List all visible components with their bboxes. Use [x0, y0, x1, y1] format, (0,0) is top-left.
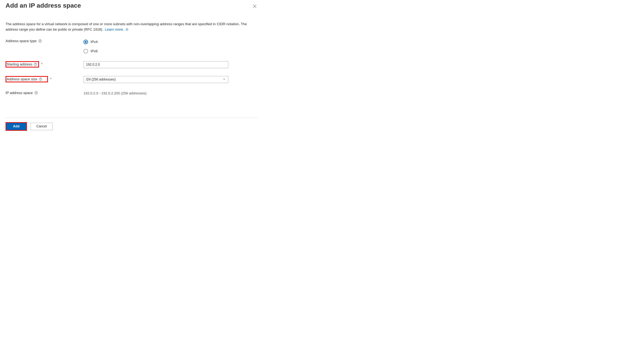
radio-outer-icon: [84, 40, 88, 44]
label-text: IP address space: [6, 91, 33, 95]
label-starting-address: Starting address *: [6, 61, 84, 67]
svg-point-7: [35, 63, 36, 64]
chevron-down-icon: [222, 77, 226, 82]
label-text: Address space type: [6, 39, 36, 43]
radio-ipv4[interactable]: IPv4: [84, 40, 258, 44]
label-text: Address space size: [7, 77, 37, 81]
svg-point-13: [36, 92, 36, 92]
label-address-space-size: Address space size *: [6, 76, 84, 82]
info-icon[interactable]: [34, 63, 37, 66]
close-icon: [252, 6, 257, 9]
learn-more-link[interactable]: Learn more.: [105, 27, 128, 31]
panel-description: The address space for a virtual network …: [6, 21, 258, 32]
row-address-space-size: Address space size * /24 (256 addresses): [6, 76, 258, 83]
address-space-size-dropdown[interactable]: /24 (256 addresses): [84, 76, 228, 83]
panel-header: Add an IP address space: [6, 2, 258, 10]
panel-title: Add an IP address space: [6, 2, 81, 9]
footer-divider: [6, 118, 258, 118]
starting-address-input[interactable]: [84, 61, 228, 68]
svg-point-4: [40, 40, 40, 40]
highlight-box: Address space size: [6, 76, 48, 82]
add-button[interactable]: Add: [6, 123, 26, 130]
learn-more-label: Learn more.: [105, 27, 124, 31]
cancel-button[interactable]: Cancel: [31, 123, 52, 130]
row-address-space-type: Address space type IPv4 IPv6: [6, 39, 258, 53]
add-ip-address-space-panel: Add an IP address space The address spac…: [0, 0, 264, 136]
dropdown-value: /24 (256 addresses): [86, 77, 116, 81]
svg-point-10: [40, 78, 41, 79]
close-button[interactable]: [251, 3, 258, 10]
row-starting-address: Starting address *: [6, 61, 258, 68]
label-text: Starting address: [7, 62, 32, 66]
info-icon[interactable]: [34, 91, 38, 95]
radio-outer-icon: [84, 49, 88, 53]
external-link-icon: [125, 27, 128, 31]
row-ip-address-space: IP address space 192.0.2.0 - 192.0.2.255…: [6, 91, 258, 95]
info-icon[interactable]: [38, 39, 42, 43]
required-indicator: *: [41, 63, 42, 66]
address-space-type-radiogroup: IPv4 IPv6: [84, 39, 258, 53]
info-icon[interactable]: [39, 77, 42, 81]
highlight-box: Starting address: [6, 61, 39, 67]
label-address-space-type: Address space type: [6, 39, 84, 43]
highlight-box: Add: [6, 122, 27, 131]
label-ip-address-space: IP address space: [6, 91, 84, 95]
radio-label: IPv4: [90, 40, 98, 44]
panel-footer: Add Cancel: [6, 122, 258, 131]
ip-space-form: Address space type IPv4 IPv6: [6, 39, 258, 95]
ip-address-space-value: 192.0.2.0 - 192.0.2.255 (256 addresses): [84, 91, 258, 95]
radio-label: IPv6: [90, 49, 98, 53]
radio-ipv6[interactable]: IPv6: [84, 49, 258, 53]
required-indicator: *: [50, 77, 51, 81]
